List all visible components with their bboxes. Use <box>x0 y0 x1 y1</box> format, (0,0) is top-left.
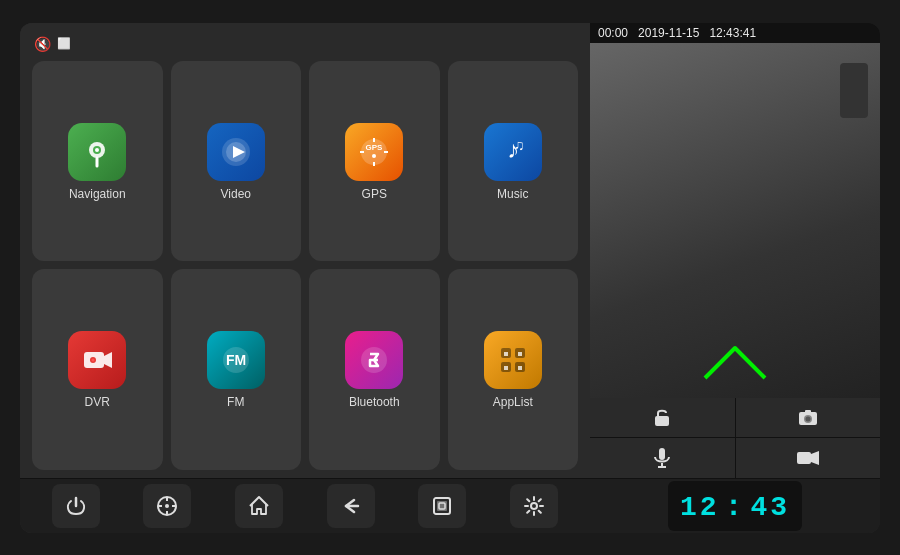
svg-rect-34 <box>655 416 669 426</box>
camera-time: 00:00 <box>598 26 628 40</box>
video-icon <box>207 123 265 181</box>
app-music[interactable]: ♪ ♫ Music <box>448 61 579 262</box>
fm-label: FM <box>227 395 244 409</box>
svg-point-37 <box>805 417 810 422</box>
music-label: Music <box>497 187 528 201</box>
gps-icon: GPS <box>345 123 403 181</box>
mute-icon: 🔇 <box>34 36 51 52</box>
video-label: Video <box>221 187 251 201</box>
microphone-button[interactable] <box>590 438 735 478</box>
usb-icon: ⬜ <box>57 37 71 50</box>
svg-text:FM: FM <box>226 352 246 368</box>
app-fm[interactable]: FM FM <box>171 269 302 470</box>
taskbar-right: 12：43 <box>590 479 880 533</box>
music-icon: ♪ ♫ <box>484 123 542 181</box>
bluetooth-icon <box>345 331 403 389</box>
photo-button[interactable]: Please insert the rear camera! <box>736 398 881 438</box>
applist-label: AppList <box>493 395 533 409</box>
svg-point-2 <box>95 148 99 152</box>
svg-point-18 <box>92 359 95 362</box>
power-button[interactable] <box>52 484 100 528</box>
navigation-icon <box>68 123 126 181</box>
right-panel: 00:00 2019-11-15 12:43:41 <box>590 23 880 478</box>
app-navigation[interactable]: Navigation <box>32 61 163 262</box>
app-dvr[interactable]: DVR <box>32 269 163 470</box>
video-record-button[interactable] <box>736 438 881 478</box>
back-button[interactable] <box>327 484 375 528</box>
app-gps[interactable]: GPS GPS <box>309 61 440 262</box>
camera-object <box>840 63 868 118</box>
svg-text:♫: ♫ <box>514 137 525 153</box>
unlock-button[interactable] <box>590 398 735 438</box>
left-panel: 🔇 ⬜ Navigation <box>20 23 590 478</box>
svg-point-54 <box>531 503 537 509</box>
svg-rect-38 <box>805 410 811 413</box>
dvr-icon <box>68 331 126 389</box>
bluetooth-label: Bluetooth <box>349 395 400 409</box>
svg-rect-42 <box>797 452 811 464</box>
status-bar: 🔇 ⬜ <box>32 33 578 55</box>
fm-icon: FM <box>207 331 265 389</box>
svg-marker-43 <box>811 451 819 465</box>
camera-info-bar: 00:00 2019-11-15 12:43:41 <box>590 23 880 43</box>
svg-text:GPS: GPS <box>366 143 384 152</box>
app-grid: Navigation Video <box>32 61 578 470</box>
camera-arrow-overlay <box>695 338 775 388</box>
main-area: 🔇 ⬜ Navigation <box>20 23 880 478</box>
taskbar: 12：43 <box>20 478 880 533</box>
app-bluetooth[interactable]: Bluetooth <box>309 269 440 470</box>
dvr-label: DVR <box>85 395 110 409</box>
navigation-label: Navigation <box>69 187 126 201</box>
camera-date: 2019-11-15 <box>638 26 699 40</box>
camera-background <box>590 43 880 398</box>
camera-view <box>590 43 880 398</box>
svg-rect-39 <box>659 448 665 460</box>
camera-clock: 12:43:41 <box>709 26 756 40</box>
settings-button[interactable] <box>510 484 558 528</box>
main-screen: 🔇 ⬜ Navigation <box>20 23 880 533</box>
app-applist[interactable]: AppList <box>448 269 579 470</box>
camera-controls: Please insert the rear camera! <box>590 398 880 478</box>
gps-label: GPS <box>362 187 387 201</box>
home-button[interactable] <box>235 484 283 528</box>
recent-apps-button[interactable] <box>418 484 466 528</box>
taskbar-clock: 12：43 <box>668 481 802 531</box>
svg-point-45 <box>165 504 169 508</box>
applist-icon <box>484 331 542 389</box>
compass-button[interactable] <box>143 484 191 528</box>
taskbar-left <box>20 484 590 528</box>
svg-point-8 <box>372 154 376 158</box>
svg-marker-16 <box>104 352 112 368</box>
app-video[interactable]: Video <box>171 61 302 262</box>
